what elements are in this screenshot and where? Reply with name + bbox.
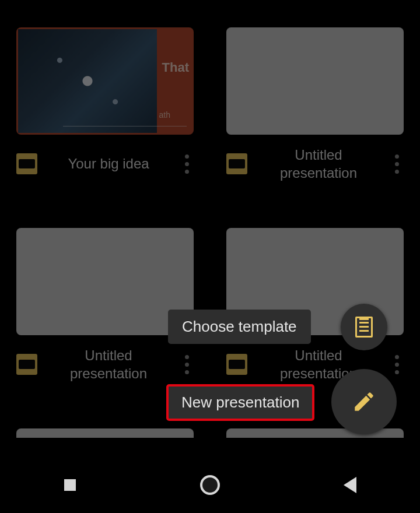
- file-meta-row: Your big idea: [16, 140, 194, 187]
- pencil-icon: [352, 389, 376, 414]
- more-options-button[interactable]: [390, 353, 404, 376]
- overview-button[interactable]: [52, 468, 88, 503]
- triangle-icon: [344, 477, 356, 493]
- thumbnail-text: ath: [159, 110, 170, 120]
- android-nav-bar: [0, 456, 420, 513]
- more-options-button[interactable]: [180, 152, 194, 175]
- choose-template-button[interactable]: [341, 304, 387, 350]
- file-title: Untitled presentation: [44, 346, 173, 382]
- slides-icon: [226, 153, 247, 174]
- file-thumbnail[interactable]: [226, 27, 404, 135]
- file-meta-row: Untitled presentation: [226, 140, 404, 187]
- more-options-button[interactable]: [390, 152, 404, 175]
- circle-icon: [200, 475, 220, 495]
- back-button[interactable]: [332, 468, 368, 503]
- file-thumbnail[interactable]: [16, 228, 194, 335]
- screen: That ath Your big idea Untitled presenta…: [0, 0, 420, 513]
- file-meta-row: Untitled presentation: [16, 341, 194, 388]
- more-options-button[interactable]: [180, 353, 194, 376]
- file-thumbnail[interactable]: That ath: [16, 27, 194, 135]
- new-presentation-button[interactable]: [331, 369, 397, 434]
- slides-icon: [16, 354, 37, 375]
- new-presentation-label[interactable]: New presentation: [166, 384, 314, 421]
- slides-icon: [226, 354, 247, 375]
- square-icon: [64, 479, 76, 491]
- thumbnail-text: That: [162, 60, 189, 75]
- home-button[interactable]: [192, 468, 228, 503]
- file-card[interactable]: That ath Your big idea: [16, 27, 194, 187]
- file-card[interactable]: Untitled presentation: [16, 228, 194, 388]
- choose-template-label[interactable]: Choose template: [168, 310, 311, 344]
- template-icon: [355, 317, 373, 338]
- slides-icon: [16, 153, 37, 174]
- file-title: Untitled presentation: [254, 146, 383, 182]
- file-card[interactable]: [16, 428, 194, 438]
- thumbnail-image: [18, 29, 157, 133]
- file-card[interactable]: Untitled presentation: [226, 27, 404, 187]
- thumbnail-divider: [63, 126, 187, 127]
- file-title: Your big idea: [44, 154, 173, 173]
- file-thumbnail[interactable]: [16, 428, 194, 438]
